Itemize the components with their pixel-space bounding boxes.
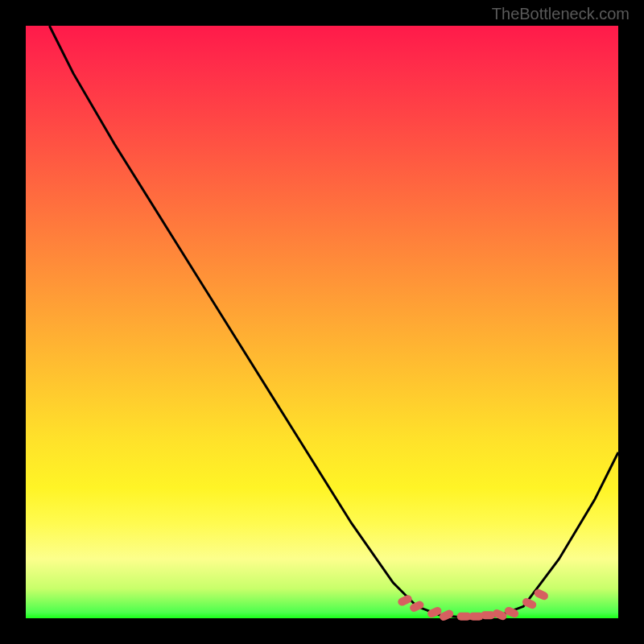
watermark-text: TheBottleneck.com <box>492 5 630 23</box>
curve-line <box>49 26 618 618</box>
plot-area <box>26 26 618 618</box>
chart-container: TheBottleneck.com <box>0 0 644 644</box>
bottleneck-curve <box>26 26 618 618</box>
